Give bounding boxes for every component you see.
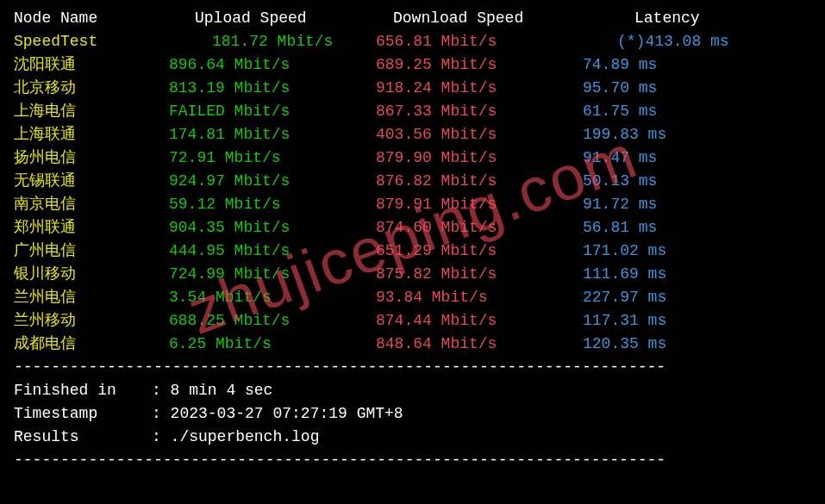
speedtest-download: 656.81 Mbit/s [376,30,583,53]
header-latency: Latency [583,7,700,30]
row-download: 93.84 Mbit/s [376,286,583,309]
footer-results: Results : ./superbench.log [14,426,811,449]
table-row: 扬州电信72.91 Mbit/s879.90 Mbit/s91.47 ms [14,146,811,170]
row-node: 上海电信 [14,100,169,123]
row-node: 成都电信 [14,333,169,356]
table-row: 上海电信FAILED Mbit/s867.33 Mbit/s61.75 ms [14,100,811,123]
table-row: 广州电信444.95 Mbit/s651.29 Mbit/s171.02 ms [14,240,811,263]
row-latency: 56.81 ms [583,216,657,240]
data-rows-container: 沈阳联通896.64 Mbit/s689.25 Mbit/s74.89 ms北京… [14,53,811,356]
footer-timestamp: Timestamp : 2023-03-27 07:27:19 GMT+8 [14,402,811,426]
footer-timestamp-label: Timestamp [14,402,152,426]
row-upload: 688.25 Mbit/s [169,309,376,333]
row-download: 689.25 Mbit/s [376,53,583,77]
row-download: 879.91 Mbit/s [376,193,583,216]
row-download: 874.44 Mbit/s [376,309,583,333]
row-latency: 227.97 ms [583,286,666,309]
table-row: 北京移动813.19 Mbit/s918.24 Mbit/s95.70 ms [14,77,811,100]
row-node: 扬州电信 [14,146,169,170]
row-node: 兰州移动 [14,309,169,333]
footer-timestamp-value: : 2023-03-27 07:27:19 GMT+8 [152,402,403,426]
row-download: 918.24 Mbit/s [376,77,583,100]
footer-results-label: Results [14,426,152,449]
row-node: 南京电信 [14,193,169,216]
row-download: 879.90 Mbit/s [376,146,583,170]
row-latency: 95.70 ms [583,77,657,100]
row-node: 无锡联通 [14,170,169,193]
row-download: 876.82 Mbit/s [376,170,583,193]
row-upload: 72.91 Mbit/s [169,146,376,170]
row-latency: 91.72 ms [583,193,657,216]
row-node: 兰州电信 [14,286,169,309]
separator-line-2: ----------------------------------------… [14,449,811,472]
row-node: 沈阳联通 [14,53,169,77]
footer-finished-label: Finished in [14,379,152,402]
row-node: 广州电信 [14,240,169,263]
row-node: 银川移动 [14,263,169,286]
speedtest-row: SpeedTest 181.72 Mbit/s 656.81 Mbit/s (*… [14,30,811,53]
row-upload: 724.99 Mbit/s [169,263,376,286]
table-row: 上海联通174.81 Mbit/s403.56 Mbit/s199.83 ms [14,123,811,146]
row-latency: 74.89 ms [583,53,657,77]
table-row: 无锡联通924.97 Mbit/s876.82 Mbit/s50.13 ms [14,170,811,193]
table-row: 郑州联通904.35 Mbit/s874.60 Mbit/s56.81 ms [14,216,811,240]
row-latency: 199.83 ms [583,123,666,146]
header-node: Node Name [14,7,169,30]
separator-line: ----------------------------------------… [14,356,811,379]
table-row: 成都电信6.25 Mbit/s848.64 Mbit/s120.35 ms [14,333,811,356]
row-download: 874.60 Mbit/s [376,216,583,240]
row-latency: 50.13 ms [583,170,657,193]
row-node: 上海联通 [14,123,169,146]
table-row: 沈阳联通896.64 Mbit/s689.25 Mbit/s74.89 ms [14,53,811,77]
header-download: Download Speed [376,7,583,30]
row-upload: 59.12 Mbit/s [169,193,376,216]
row-node: 北京移动 [14,77,169,100]
row-upload: FAILED Mbit/s [169,100,376,123]
row-download: 867.33 Mbit/s [376,100,583,123]
row-latency: 91.47 ms [583,146,657,170]
row-upload: 6.25 Mbit/s [169,333,376,356]
row-upload: 896.64 Mbit/s [169,53,376,77]
row-download: 403.56 Mbit/s [376,123,583,146]
row-upload: 904.35 Mbit/s [169,216,376,240]
row-upload: 444.95 Mbit/s [169,240,376,263]
table-row: 银川移动724.99 Mbit/s875.82 Mbit/s111.69 ms [14,263,811,286]
footer-finished-value: : 8 min 4 sec [152,379,272,402]
row-upload: 924.97 Mbit/s [169,170,376,193]
speedtest-upload: 181.72 Mbit/s [169,30,376,53]
row-latency: 61.75 ms [583,100,657,123]
row-download: 848.64 Mbit/s [376,333,583,356]
row-upload: 813.19 Mbit/s [169,77,376,100]
row-download: 875.82 Mbit/s [376,263,583,286]
row-node: 郑州联通 [14,216,169,240]
table-row: 兰州移动688.25 Mbit/s874.44 Mbit/s117.31 ms [14,309,811,333]
row-latency: 171.02 ms [583,240,666,263]
row-latency: 117.31 ms [583,309,666,333]
table-row: 兰州电信3.54 Mbit/s93.84 Mbit/s227.97 ms [14,286,811,309]
row-upload: 3.54 Mbit/s [169,286,376,309]
footer-results-value: : ./superbench.log [152,426,319,449]
row-upload: 174.81 Mbit/s [169,123,376,146]
header-upload: Upload Speed [169,7,376,30]
row-latency: 111.69 ms [583,263,666,286]
footer-finished: Finished in : 8 min 4 sec [14,379,811,402]
table-row: 南京电信59.12 Mbit/s879.91 Mbit/s91.72 ms [14,193,811,216]
row-latency: 120.35 ms [583,333,666,356]
row-download: 651.29 Mbit/s [376,240,583,263]
speedtest-latency: (*)413.08 ms [583,30,729,53]
speedtest-node: SpeedTest [14,30,169,53]
header-row: Node Name Upload Speed Download Speed La… [14,7,811,30]
